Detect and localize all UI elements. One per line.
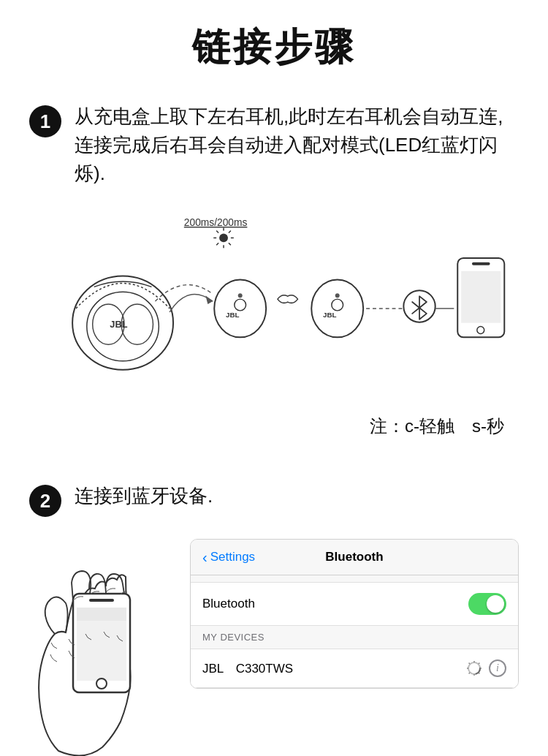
step1-section: 1 从充电盒上取下左右耳机,此时左右耳机会自动互连,连接完成后右耳会自动进入配对… [29, 102, 519, 460]
svg-point-19 [332, 299, 343, 311]
bluetooth-label: Bluetooth [202, 597, 255, 611]
blink-icon [213, 228, 234, 249]
svg-point-21 [335, 293, 340, 298]
step1-note: 注：c-轻触 s-秒 [29, 415, 519, 438]
svg-line-5 [229, 231, 231, 233]
svg-point-17 [238, 293, 243, 298]
svg-text:JBL: JBL [110, 319, 127, 330]
step2-section: 2 连接到蓝牙设备. [29, 482, 519, 756]
bt-spacer [191, 575, 518, 583]
svg-line-8 [216, 231, 218, 233]
svg-line-6 [216, 243, 218, 245]
device-icons: i [467, 659, 506, 677]
bluetooth-toggle-row: Bluetooth [191, 583, 518, 626]
bt-back-button[interactable]: ‹ Settings [202, 549, 255, 566]
bluetooth-panel: ‹ Settings Bluetooth Bluetooth MY DEV [190, 539, 519, 689]
svg-point-26 [477, 327, 484, 334]
bt-header-title: Bluetooth [325, 550, 383, 564]
phone-hand-svg [29, 539, 172, 756]
svg-rect-24 [472, 262, 490, 265]
my-devices-header: MY DEVICES [191, 626, 518, 649]
svg-line-36 [479, 663, 479, 664]
bt-header: ‹ Settings Bluetooth [191, 540, 518, 575]
connection-diagram-svg: 200ms/200ms [29, 206, 519, 404]
device-name: JBL C330TWS [202, 660, 293, 677]
step2-number: 2 [29, 485, 61, 517]
bluetooth-circle [403, 290, 435, 322]
arrow1 [205, 295, 213, 304]
svg-point-15 [235, 299, 246, 311]
svg-line-7 [229, 243, 231, 245]
link-icon [278, 295, 298, 303]
svg-point-14 [214, 280, 266, 338]
svg-point-18 [311, 280, 363, 338]
step1-description: 从充电盒上取下左右耳机,此时左右耳机会自动互连,连接完成后右耳会自动进入配对模式… [75, 102, 519, 188]
step2-content: ‹ Settings Bluetooth Bluetooth MY DEV [29, 539, 519, 756]
case-to-earbud-line [155, 285, 213, 302]
phone-hand-illustration [29, 539, 175, 756]
step2-header: 2 连接到蓝牙设备. [29, 482, 519, 517]
svg-text:JBL: JBL [226, 311, 240, 319]
back-arrow-icon: ‹ [202, 549, 208, 566]
page: 链接步骤 1 从充电盒上取下左右耳机,此时左右耳机会自动互连,连接完成后右耳会自… [0, 0, 548, 756]
step1-number: 1 [29, 105, 61, 137]
step2-description: 连接到蓝牙设备. [75, 482, 213, 510]
device-row[interactable]: JBL C330TWS [191, 649, 518, 688]
connecting-spinner-icon [467, 661, 482, 676]
svg-line-42 [469, 663, 470, 664]
step1-header: 1 从充电盒上取下左右耳机,此时左右耳机会自动互连,连接完成后右耳会自动进入配对… [29, 102, 519, 188]
svg-text:JBL: JBL [323, 311, 337, 319]
svg-rect-29 [89, 599, 114, 602]
left-earbud: JBL [214, 280, 266, 338]
device-info-icon[interactable]: i [489, 659, 506, 677]
step1-diagram: 200ms/200ms [29, 203, 519, 407]
svg-rect-31 [77, 608, 126, 621]
svg-point-0 [219, 233, 228, 242]
right-earbud: JBL [311, 280, 363, 338]
svg-line-40 [469, 673, 470, 673]
phone-illustration [457, 258, 504, 337]
svg-rect-25 [461, 271, 501, 323]
charging-case: JBL [72, 276, 173, 370]
toggle-knob [487, 595, 504, 613]
page-title: 链接步骤 [29, 22, 519, 73]
bt-back-label: Settings [210, 550, 255, 564]
svg-line-38 [479, 673, 479, 673]
bluetooth-toggle[interactable] [468, 593, 506, 615]
timing-label: 200ms/200ms [184, 217, 248, 228]
